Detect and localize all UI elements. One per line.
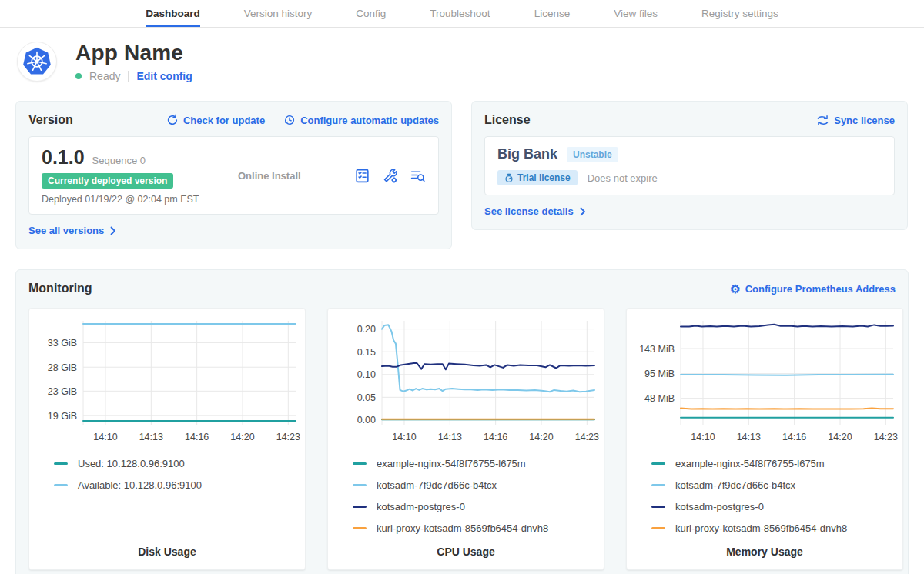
legend-label: kurl-proxy-kotsadm-8569fb6454-dnvh8 (377, 522, 548, 534)
legend-item: kurl-proxy-kotsadm-8569fb6454-dnvh8 (353, 522, 598, 534)
tab-registry-settings[interactable]: Registry settings (701, 0, 778, 27)
svg-text:14:20: 14:20 (529, 432, 553, 442)
memory-usage-chart-card: 48 MiB95 MiB143 MiB14:1014:1314:1614:201… (626, 308, 903, 570)
cpu-usage-legend: example-nginx-54f8f76755-l675mkotsadm-7f… (353, 458, 598, 534)
svg-text:14:13: 14:13 (139, 432, 163, 442)
svg-text:14:13: 14:13 (737, 432, 761, 442)
check-for-update-button[interactable]: Check for update (166, 114, 265, 126)
legend-item: kotsadm-7f9dc7d66c-b4tcx (353, 479, 598, 491)
svg-text:14:16: 14:16 (185, 432, 209, 442)
svg-text:14:13: 14:13 (438, 432, 462, 442)
edit-config-link[interactable]: Edit config (136, 70, 192, 82)
legend-swatch (54, 462, 68, 465)
clock-refresh-icon (283, 114, 296, 126)
monitoring-panel: Monitoring ⚙ Configure Prometheus Addres… (15, 269, 909, 574)
cpu-usage-chart-plot: 0.000.050.100.150.2014:1014:1314:1614:20… (334, 316, 598, 449)
current-version-card: 0.1.0 Sequence 0 Currently deployed vers… (28, 136, 439, 215)
svg-text:14:23: 14:23 (276, 432, 300, 442)
legend-item: example-nginx-54f8f76755-l675m (651, 458, 896, 469)
legend-item: kurl-proxy-kotsadm-8569fb6454-dnvh8 (651, 522, 896, 534)
memory-usage-legend: example-nginx-54f8f76755-l675mkotsadm-7f… (651, 458, 896, 534)
svg-text:23 GiB: 23 GiB (48, 386, 77, 397)
cpu-usage-chart-card: 0.000.050.100.150.2014:1014:1314:1614:20… (327, 308, 604, 570)
legend-label: kotsadm-postgres-0 (675, 501, 764, 512)
sync-arrows-icon (816, 115, 829, 126)
page-title: App Name (75, 41, 192, 65)
gear-icon: ⚙ (730, 283, 740, 295)
svg-text:14:16: 14:16 (484, 432, 507, 442)
svg-text:0.10: 0.10 (357, 369, 376, 380)
legend-item: Used: 10.128.0.96:9100 (54, 458, 299, 469)
status-text: Ready (89, 70, 120, 82)
legend-item: kotsadm-7f9dc7d66c-b4tcx (651, 479, 896, 491)
see-all-versions-link[interactable]: See all versions (28, 225, 116, 236)
legend-swatch (353, 462, 367, 465)
stopwatch-icon (504, 173, 514, 183)
svg-text:14:23: 14:23 (575, 432, 599, 442)
legend-swatch (651, 527, 665, 529)
legend-swatch (651, 484, 665, 486)
tab-config[interactable]: Config (356, 0, 386, 27)
legend-label: kotsadm-postgres-0 (377, 501, 465, 512)
svg-text:14:10: 14:10 (392, 432, 416, 442)
legend-item: kotsadm-postgres-0 (353, 501, 598, 512)
license-expiry: Does not expire (588, 172, 658, 184)
customer-name: Big Bank (497, 146, 557, 162)
disk-usage-legend: Used: 10.128.0.96:9100Available: 10.128.… (54, 458, 299, 491)
deploy-logs-icon[interactable] (410, 168, 426, 184)
version-number: 0.1.0 (42, 146, 85, 169)
sync-license-button[interactable]: Sync license (816, 115, 895, 126)
legend-label: example-nginx-54f8f76755-l675m (675, 458, 825, 469)
legend-label: kurl-proxy-kotsadm-8569fb6454-dnvh8 (675, 522, 847, 534)
svg-text:28 GiB: 28 GiB (48, 362, 77, 373)
app-header: App Name Ready Edit config (0, 28, 924, 88)
configure-prometheus-button[interactable]: ⚙ Configure Prometheus Address (730, 283, 896, 295)
legend-swatch (651, 462, 665, 465)
legend-item: example-nginx-54f8f76755-l675m (353, 458, 598, 469)
tab-view-files[interactable]: View files (614, 0, 658, 27)
divider (128, 71, 129, 82)
legend-label: example-nginx-54f8f76755-l675m (377, 458, 526, 469)
legend-item: Available: 10.128.0.96:9100 (54, 479, 299, 491)
svg-text:0.05: 0.05 (357, 392, 376, 403)
svg-text:14:16: 14:16 (782, 432, 806, 442)
refresh-icon (166, 114, 179, 126)
license-type-badge: Trial license (497, 170, 578, 185)
svg-text:33 GiB: 33 GiB (48, 338, 77, 349)
legend-swatch (353, 506, 367, 508)
memory-usage-chart-title: Memory Usage (633, 546, 896, 560)
chevron-right-icon (580, 207, 586, 216)
svg-text:0.00: 0.00 (357, 415, 376, 425)
deployed-badge: Currently deployed version (42, 173, 173, 189)
tab-version-history[interactable]: Version history (244, 0, 313, 27)
legend-label: Available: 10.128.0.96:9100 (78, 479, 202, 491)
svg-text:14:10: 14:10 (691, 432, 715, 442)
tab-license[interactable]: License (534, 0, 571, 27)
disk-usage-chart-plot: 19 GiB23 GiB28 GiB33 GiB14:1014:1314:161… (35, 316, 299, 449)
configure-automatic-updates-button[interactable]: Configure automatic updates (283, 114, 439, 126)
svg-text:14:23: 14:23 (874, 432, 898, 442)
kubernetes-logo-icon (17, 42, 57, 82)
license-detail-card: Big Bank Unstable Trial license Does not… (484, 136, 895, 195)
legend-swatch (353, 527, 367, 529)
see-license-details-link[interactable]: See license details (484, 205, 586, 217)
version-panel: Version Check for update Configure autom… (15, 101, 452, 249)
legend-label: kotsadm-7f9dc7d66c-b4tcx (675, 479, 795, 491)
version-sequence: Sequence 0 (92, 155, 146, 166)
disk-usage-chart-title: Disk Usage (35, 546, 299, 560)
svg-text:143 MiB: 143 MiB (639, 344, 675, 355)
config-wrench-icon[interactable] (382, 168, 398, 184)
cpu-usage-chart-title: CPU Usage (334, 546, 598, 560)
status-dot (75, 73, 82, 79)
legend-swatch (54, 484, 68, 486)
memory-usage-chart-plot: 48 MiB95 MiB143 MiB14:1014:1314:1614:201… (633, 316, 896, 449)
preflight-checks-icon[interactable] (354, 168, 370, 184)
svg-text:14:20: 14:20 (828, 432, 852, 442)
tab-troubleshoot[interactable]: Troubleshoot (430, 0, 490, 27)
install-type-label: Online Install (238, 170, 354, 182)
license-panel: License Sync license Big Bank Unstable (471, 101, 908, 230)
version-panel-title: Version (28, 113, 73, 127)
channel-badge: Unstable (567, 147, 618, 162)
legend-swatch (651, 506, 665, 508)
tab-dashboard[interactable]: Dashboard (146, 0, 200, 27)
